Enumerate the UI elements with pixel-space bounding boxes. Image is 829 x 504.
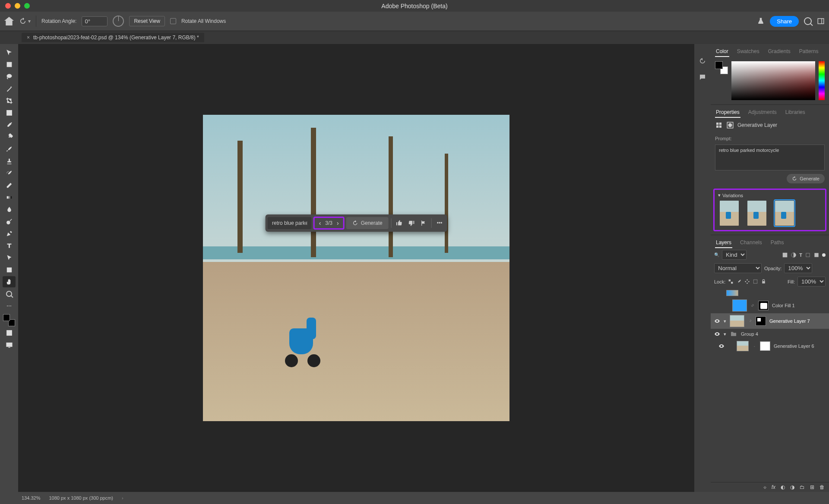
tool-hand[interactable] bbox=[3, 276, 16, 287]
quick-mask-button[interactable] bbox=[3, 327, 16, 338]
eye-icon[interactable] bbox=[714, 318, 720, 324]
tool-wand[interactable] bbox=[3, 83, 16, 94]
filter-toggle[interactable] bbox=[822, 253, 826, 257]
flag-icon[interactable] bbox=[418, 218, 429, 228]
link-layers-icon[interactable]: ⟐ bbox=[763, 484, 766, 490]
mask-add-icon[interactable]: ◐ bbox=[781, 484, 785, 490]
tool-lasso[interactable] bbox=[3, 71, 16, 82]
filter-pixel-icon[interactable] bbox=[782, 252, 788, 258]
share-button[interactable]: Share bbox=[770, 16, 799, 27]
tool-type[interactable] bbox=[3, 240, 16, 251]
lock-image-icon[interactable] bbox=[736, 279, 742, 284]
tab-paths[interactable]: Paths bbox=[770, 238, 785, 248]
canvas-area[interactable]: ‹ 3/3 › Generate ••• bbox=[18, 44, 694, 492]
tool-eyedropper[interactable] bbox=[3, 119, 16, 130]
tool-marquee[interactable] bbox=[3, 59, 16, 70]
tool-more[interactable]: ⋯ bbox=[3, 300, 16, 312]
tab-libraries[interactable]: Libraries bbox=[785, 107, 806, 118]
tool-shape[interactable] bbox=[3, 264, 16, 275]
document-tab[interactable]: × tb-photoshopai2023-feat-02.psd @ 134% … bbox=[22, 33, 204, 42]
layer-row-gen7[interactable]: ▾ Generative Layer 7 bbox=[711, 313, 829, 329]
tool-history-brush[interactable] bbox=[3, 167, 16, 179]
filter-smart-icon[interactable] bbox=[813, 252, 820, 258]
layer-kind-select[interactable]: Kind bbox=[722, 250, 747, 260]
tool-stamp[interactable] bbox=[3, 155, 16, 167]
close-tab-icon[interactable]: × bbox=[27, 35, 30, 41]
tool-path-select[interactable] bbox=[3, 252, 16, 263]
variation-thumb-2[interactable] bbox=[747, 201, 766, 226]
canvas[interactable] bbox=[203, 115, 509, 421]
tab-channels[interactable]: Channels bbox=[739, 238, 763, 248]
thumbs-up-icon[interactable] bbox=[394, 218, 405, 228]
beaker-icon[interactable] bbox=[757, 17, 765, 25]
close-window-button[interactable] bbox=[5, 3, 11, 9]
reset-view-button[interactable]: Reset View bbox=[129, 16, 165, 26]
more-options-icon[interactable]: ••• bbox=[434, 220, 445, 226]
color-fgbg[interactable] bbox=[715, 61, 728, 74]
chevron-icon[interactable]: ▾ bbox=[724, 331, 726, 337]
tab-patterns[interactable]: Patterns bbox=[798, 47, 820, 57]
new-layer-icon[interactable]: ⊞ bbox=[810, 484, 814, 490]
tool-dodge[interactable] bbox=[3, 216, 16, 227]
tool-preset-button[interactable]: ▾ bbox=[19, 17, 31, 25]
tool-gradient[interactable] bbox=[3, 192, 16, 203]
fill-select[interactable]: 100% bbox=[797, 277, 826, 287]
tool-pen[interactable] bbox=[3, 228, 16, 239]
tab-gradients[interactable]: Gradients bbox=[767, 47, 791, 57]
thumbs-down-icon[interactable] bbox=[406, 218, 417, 228]
layer-row[interactable] bbox=[711, 288, 829, 298]
opacity-select[interactable]: 100% bbox=[784, 263, 812, 273]
tool-move[interactable] bbox=[3, 47, 16, 58]
tool-crop[interactable] bbox=[3, 95, 16, 106]
history-panel-icon[interactable] bbox=[699, 57, 706, 65]
generative-prompt-input[interactable] bbox=[268, 217, 312, 229]
prev-variation-button[interactable]: ‹ bbox=[319, 220, 321, 227]
tab-swatches[interactable]: Swatches bbox=[736, 47, 760, 57]
variations-header[interactable]: ▾ Variations bbox=[718, 192, 822, 198]
tool-eraser[interactable] bbox=[3, 180, 16, 191]
search-icon[interactable] bbox=[804, 17, 812, 25]
delete-layer-icon[interactable]: 🗑 bbox=[820, 484, 825, 490]
variation-thumb-1[interactable] bbox=[720, 201, 739, 226]
tool-heal[interactable] bbox=[3, 131, 16, 142]
filter-shape-icon[interactable] bbox=[805, 252, 811, 258]
tool-zoom[interactable] bbox=[3, 288, 16, 299]
generate-button[interactable]: Generate bbox=[346, 217, 389, 229]
comments-panel-icon[interactable] bbox=[699, 73, 706, 81]
tab-color[interactable]: Color bbox=[715, 47, 729, 57]
foreground-background-colors[interactable] bbox=[3, 314, 15, 326]
layer-row-colorfill[interactable]: Color Fill 1 bbox=[711, 298, 829, 313]
filter-type-icon[interactable]: T bbox=[799, 252, 802, 258]
lock-artboard-icon[interactable] bbox=[753, 279, 758, 284]
maximize-window-button[interactable] bbox=[24, 3, 30, 9]
next-variation-button[interactable]: › bbox=[337, 220, 339, 227]
filter-adjust-icon[interactable] bbox=[791, 252, 797, 258]
workspace-switcher-icon[interactable] bbox=[817, 17, 825, 25]
lock-transparency-icon[interactable] bbox=[728, 279, 734, 284]
tool-blur[interactable] bbox=[3, 204, 16, 215]
zoom-level[interactable]: 134.32% bbox=[22, 495, 40, 501]
tab-layers[interactable]: Layers bbox=[715, 238, 732, 248]
fx-icon[interactable]: fx bbox=[772, 484, 775, 490]
group-add-icon[interactable]: 🗀 bbox=[800, 484, 805, 490]
lock-position-icon[interactable] bbox=[744, 279, 750, 284]
tab-properties[interactable]: Properties bbox=[715, 107, 740, 118]
prompt-text-box[interactable]: retro blue parked motorcycle bbox=[715, 145, 825, 170]
variation-thumb-3[interactable] bbox=[775, 201, 794, 226]
layer-row-gen6[interactable]: Generative Layer 6 bbox=[711, 339, 829, 353]
chevron-icon[interactable]: ▾ bbox=[724, 318, 726, 324]
hue-strip[interactable] bbox=[819, 61, 825, 100]
tool-brush[interactable] bbox=[3, 143, 16, 154]
minimize-window-button[interactable] bbox=[15, 3, 20, 9]
rotation-angle-input[interactable] bbox=[82, 16, 108, 26]
adjustment-add-icon[interactable]: ◑ bbox=[790, 484, 794, 490]
home-button[interactable] bbox=[4, 17, 14, 25]
tool-frame[interactable] bbox=[3, 107, 16, 118]
layer-row-group4[interactable]: ▾ Group 4 bbox=[711, 329, 829, 339]
screen-mode-button[interactable] bbox=[3, 339, 16, 350]
lock-all-icon[interactable] bbox=[761, 279, 766, 284]
blend-mode-select[interactable]: Normal bbox=[714, 263, 762, 273]
eye-icon[interactable] bbox=[714, 331, 720, 337]
visibility-toggle[interactable] bbox=[714, 302, 720, 309]
color-field[interactable] bbox=[731, 61, 815, 100]
